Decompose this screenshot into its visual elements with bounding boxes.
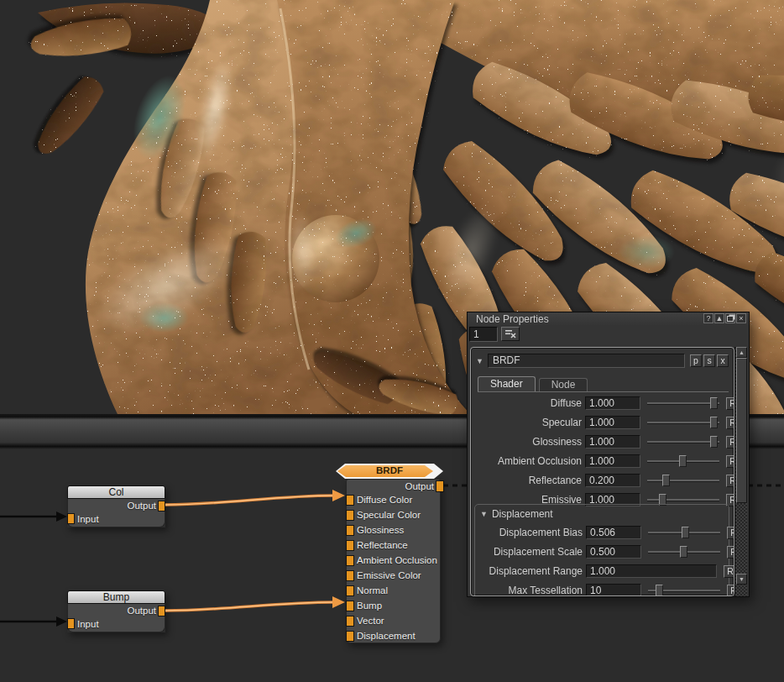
node-col-body: Output Input [67,499,165,527]
input-port[interactable] [346,540,354,551]
displacement-section: ▼ Displacement Displacement Bias 0.506 R… [474,504,729,596]
collapse-icon[interactable]: ▼ [476,357,483,365]
output-port[interactable] [158,501,165,512]
application-window: Col Output Input Bump Output [0,0,784,682]
reset-button[interactable]: R [726,475,734,487]
close-icon[interactable]: × [736,313,746,323]
save-button[interactable]: s [703,354,715,367]
input-port[interactable] [346,631,354,642]
input-port[interactable] [346,510,354,521]
brdf-input-row: Glossiness [347,522,440,538]
input-port[interactable] [346,616,354,627]
help-icon[interactable]: ? [703,313,713,323]
delete-button[interactable]: x [717,354,729,367]
brdf-input-row: Diffuse Color [347,492,440,507]
output-port[interactable] [158,606,165,616]
wire-arrowhead [56,512,67,522]
input-port[interactable] [67,618,75,629]
node-col[interactable]: Col Output Input [67,485,165,527]
value-field[interactable]: 0.506 [586,526,641,539]
node-bump-body: Output Input [67,604,165,632]
value-field[interactable]: 1.000 [585,454,640,468]
restore-icon[interactable] [725,313,735,323]
property-row-displacement-bias: Displacement Bias 0.506 R [477,526,728,539]
reset-button[interactable]: R [727,585,734,597]
input-port[interactable] [346,525,354,536]
slider-handle [656,585,663,596]
node-name-field[interactable]: BRDF [488,354,685,368]
wire-arrowhead [56,616,67,627]
node-brdf-title: BRDF [336,465,443,475]
value-field[interactable]: 10 [586,584,641,596]
brdf-input-row: Ambient Occlusion [347,553,440,568]
pin-icon[interactable]: ▲ [714,313,724,323]
reset-button[interactable]: R [724,565,734,578]
tab-shader[interactable]: Shader [478,376,536,391]
property-row-diffuse: Diffuse 1.000 R [476,396,728,410]
node-brdf[interactable]: Output Diffuse Color Specular Color Glos… [346,479,441,643]
property-row-glossiness: Glossiness 1.000 R [476,435,728,449]
input-port[interactable] [346,601,354,611]
brdf-input-row: Vector [347,613,440,628]
brdf-properties-group: ▼ BRDF p s x Shader Node Diffuse 1.000 R [470,347,734,596]
panel-title: Node Properties [476,313,549,325]
brdf-input-row: Emissive Color [347,568,440,583]
slider[interactable] [647,454,719,468]
slider[interactable] [647,416,719,429]
reset-button[interactable]: R [726,436,734,449]
collapse-icon[interactable]: ▼ [480,510,488,518]
port-label-output: Output [127,501,156,511]
wire-arrowhead [332,596,345,608]
reset-button[interactable]: R [726,417,734,429]
value-field[interactable]: 1.000 [585,396,640,410]
property-row-ambient-occlusion: Ambient Occlusion 1.000 R [476,454,728,468]
value-field[interactable]: 1.000 [585,416,640,429]
value-field[interactable]: 0.200 [585,474,640,487]
value-field[interactable]: 1.000 [586,564,717,578]
reset-button[interactable]: R [727,527,734,539]
value-field[interactable]: 0.500 [586,545,641,559]
input-port[interactable] [346,585,354,596]
reset-button[interactable]: R [727,546,734,559]
input-port[interactable] [346,570,354,581]
node-bump-title[interactable]: Bump [67,590,165,604]
preset-button[interactable]: p [690,354,702,367]
reset-button[interactable]: R [726,455,734,468]
slider-handle [662,475,670,486]
list-x-icon [505,329,516,338]
scroll-up-icon[interactable]: ▲ [736,347,747,358]
node-bump[interactable]: Bump Output Input [67,590,165,632]
clear-selection-button[interactable] [501,327,520,341]
value-field[interactable]: 1.000 [585,435,640,449]
selection-count-field[interactable]: 1 [469,327,498,342]
scrollbar-thumb[interactable] [736,358,747,503]
reset-button[interactable]: R [726,397,734,410]
slider-handle [682,527,689,538]
port-label-input: Input [77,514,99,524]
output-port[interactable] [436,480,444,492]
input-port[interactable] [346,495,354,506]
slider-handle [710,417,718,428]
scroll-down-icon[interactable]: ▼ [736,574,747,585]
node-brdf-header[interactable]: BRDF [336,464,443,479]
slider[interactable] [647,435,719,449]
slider[interactable] [647,396,719,410]
wire-arrowhead [332,490,345,501]
node-properties-panel: Node Properties ? ▲ × 1 ▼ BRDF [467,312,750,597]
panel-titlebar[interactable]: Node Properties ? ▲ × [468,312,749,325]
slider[interactable] [648,584,720,596]
brdf-input-row: Displacement [347,628,440,643]
slider[interactable] [647,474,719,487]
tab-node[interactable]: Node [539,378,588,391]
brdf-input-row: Normal [347,583,440,598]
panel-scrollbar[interactable]: ▲ ▼ [734,347,747,596]
slider[interactable] [648,545,720,559]
property-row-displacement-scale: Displacement Scale 0.500 R [477,545,728,559]
slider-handle [679,455,687,467]
input-port[interactable] [67,513,75,524]
node-col-title[interactable]: Col [67,485,165,499]
property-row-specular: Specular 1.000 R [476,416,728,429]
input-port[interactable] [346,555,354,566]
slider-handle [710,397,718,409]
slider[interactable] [648,526,720,539]
